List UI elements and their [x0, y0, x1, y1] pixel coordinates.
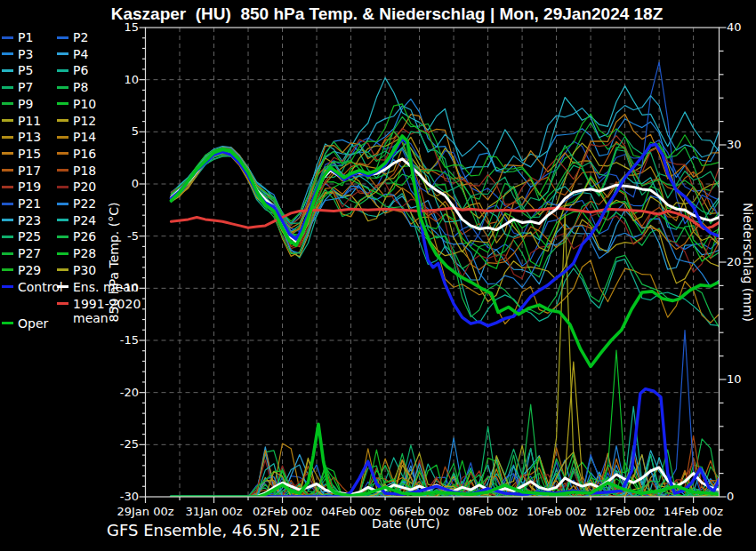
series-lines: [171, 62, 719, 497]
wetterzentrale-brand: Wetterzentrale.de: [578, 521, 722, 539]
precip-tick-label: 20: [727, 255, 756, 268]
temp-tick-label: 0: [101, 177, 139, 190]
temp-tick-label: -20: [101, 386, 139, 399]
date-tick-label: 04Feb 00z: [314, 505, 389, 518]
precip-tick-label: 40: [727, 20, 756, 34]
x-axis-title: Date (UTC): [372, 516, 440, 531]
precip-tick-label: 10: [727, 372, 756, 386]
member-precip-line-P11: [171, 214, 719, 497]
date-tick-label: 08Feb 00z: [451, 505, 526, 518]
temp-tick-label: -25: [101, 437, 139, 451]
temp-tick-label: -30: [101, 490, 139, 503]
date-tick-label: 31Jan 00z: [177, 505, 252, 518]
precip-tick-label: 0: [727, 490, 756, 503]
date-tick-label: 02Feb 00z: [245, 505, 320, 518]
temp-tick-label: 15: [101, 20, 139, 34]
model-location-label: GFS Ensemble, 46.5N, 21E: [107, 521, 320, 539]
temp-axis-title: 850 hPa Temp. (°C): [107, 203, 121, 323]
ensemble-meteogram-page: Kaszaper (HU) 850 hPa Temp. & Niederschl…: [0, 0, 756, 551]
temp-tick-label: -10: [101, 281, 139, 294]
temp-tick-label: -5: [101, 229, 139, 243]
date-tick-label: 06Feb 00z: [382, 505, 457, 518]
temp-tick-label: -15: [101, 333, 139, 347]
date-tick-label: 29Jan 00z: [109, 505, 183, 518]
temp-tick-label: 5: [101, 124, 139, 138]
date-tick-label: 14Feb 00z: [656, 505, 731, 518]
date-tick-label: 12Feb 00z: [588, 505, 663, 518]
temp-tick-label: 10: [101, 73, 139, 86]
precip-tick-label: 30: [727, 138, 756, 151]
date-tick-label: 10Feb 00z: [519, 505, 594, 518]
